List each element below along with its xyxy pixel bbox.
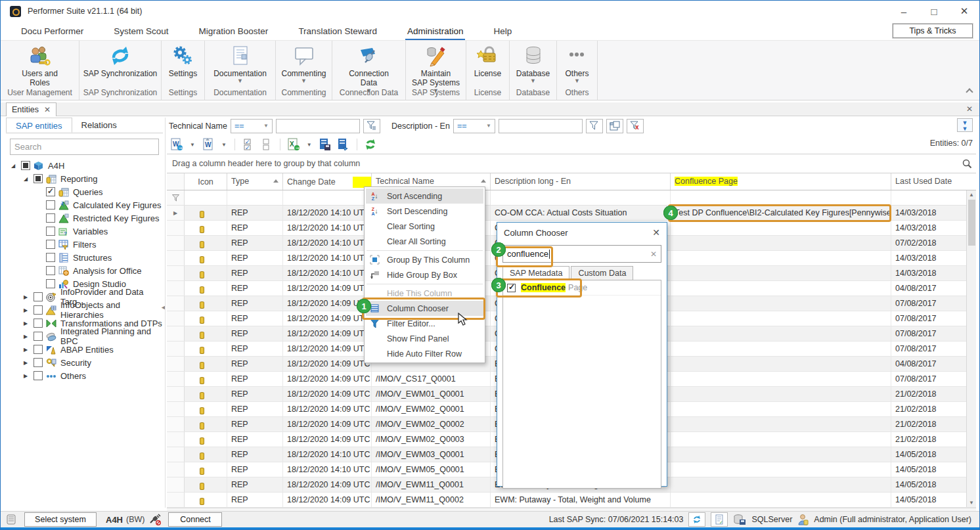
tree-item-others[interactable]: ▶Others (6, 369, 163, 382)
tab-sap-metadata[interactable]: SAP Metadata (502, 266, 569, 280)
tree-item-a4h[interactable]: ◢A4H (6, 159, 163, 172)
select-system-button[interactable]: Select system (24, 512, 97, 527)
tab-sap-entities[interactable]: SAP entities (6, 118, 72, 133)
load-selection-button[interactable] (336, 137, 351, 152)
auto-filter-row[interactable] (167, 190, 976, 206)
connect-button[interactable]: Connect (168, 512, 222, 527)
tree-item-infoobjects-and-hierarchies[interactable]: ▶InfoObjects and Hierarchies (6, 303, 163, 317)
menu-help[interactable]: Help (483, 23, 522, 39)
tips-and-tricks-button[interactable]: Tips & Tricks (893, 24, 973, 38)
tree-expander-icon[interactable]: ▶ (21, 320, 30, 326)
tree-checkbox[interactable] (46, 240, 55, 249)
tab-close-icon[interactable]: ✕ (44, 105, 51, 114)
context-menu-clear-all-sorting[interactable]: Clear All Sorting (366, 234, 483, 249)
dialog-close-icon[interactable]: ✕ (652, 227, 660, 238)
context-menu-show-find-panel[interactable]: Show Find Panel (366, 331, 483, 346)
tree-item-variables[interactable]: ?Variables (6, 225, 163, 238)
tree-search-input[interactable]: Search (10, 139, 159, 155)
scroll-down-icon[interactable]: ▼ (969, 500, 974, 506)
ribbon-button-documentation[interactable]: Documentation▼ (213, 41, 267, 83)
tree-item-filters[interactable]: Filters (6, 238, 163, 251)
tree-checkbox[interactable] (46, 213, 55, 223)
tree-item-queries[interactable]: Queries (6, 185, 163, 198)
tree-item-restricted-key-figures[interactable]: Restricted Key Figures (6, 211, 163, 225)
ribbon-button-database[interactable]: Database▼ (516, 41, 550, 83)
tree-expander-icon[interactable]: ▶ (21, 360, 30, 366)
tab-entities[interactable]: Entities ✕ (6, 102, 56, 116)
clear-search-icon[interactable]: ✕ (650, 250, 657, 259)
tree-expander-icon[interactable]: ▶ (21, 334, 30, 340)
export-excel-dropdown-icon[interactable]: ▼ (304, 142, 315, 148)
tab-custom-data[interactable]: Custom Data (571, 266, 633, 280)
minimize-button[interactable]: – (889, 1, 919, 22)
context-menu-hide-group-by-box[interactable]: Hide Group By Box (366, 267, 483, 282)
ribbon-button-maintain-sap-systems[interactable]: Maintain SAP Systems▼ (412, 41, 460, 93)
tree-expander-icon[interactable]: ◢ (21, 176, 30, 182)
column-header-description[interactable]: Description long - En (491, 173, 671, 190)
tree-checkbox[interactable] (33, 358, 43, 367)
column-header-confluence-page[interactable]: Confluence Page (671, 173, 891, 190)
table-row[interactable]: ▶REP18/12/2020 14:10 UTCCO-OM CCA: Actua… (167, 206, 976, 221)
ribbon-button-settings[interactable]: Settings (169, 41, 197, 78)
tabstrip-close-icon[interactable]: ✕ (966, 104, 973, 114)
tree-checkbox[interactable] (33, 371, 43, 380)
tree-expander-icon[interactable]: ▶ (21, 373, 30, 379)
menu-system-scout[interactable]: System Scout (104, 23, 178, 39)
scrollbar-thumb[interactable] (968, 200, 975, 246)
export-word-button[interactable]: W➞ (169, 137, 185, 152)
sync-refresh-button[interactable] (688, 512, 705, 527)
export-excel-button[interactable]: X➞ (286, 137, 301, 152)
expand-filters-button[interactable]: ▼▼ (957, 118, 973, 132)
close-button[interactable]: ✕ (949, 1, 979, 22)
filter-layout-button[interactable] (606, 119, 623, 133)
word-template-button[interactable]: W (200, 137, 216, 152)
tree-checkbox[interactable] (46, 253, 55, 262)
uncheck-all-button[interactable] (259, 137, 275, 152)
search-icon[interactable] (962, 159, 972, 171)
clear-filter-button[interactable]: x (627, 119, 644, 133)
tree-checkbox[interactable] (33, 332, 43, 341)
context-menu-sort-descending[interactable]: ZA↓Sort Descending (366, 204, 483, 219)
tree-item-analysis-for-office[interactable]: Analysis for Office (6, 264, 163, 277)
sync-log-button[interactable]: ✓ (711, 512, 728, 527)
tree-checkbox[interactable] (46, 187, 55, 196)
maximize-button[interactable]: □ (919, 1, 949, 22)
confluence-page-checkbox[interactable] (507, 284, 516, 292)
tree-item-security[interactable]: ▶Security (6, 356, 163, 369)
tree-expander-icon[interactable]: ▶ (21, 347, 30, 353)
tree-item-structures[interactable]: Structures (6, 251, 163, 264)
export-word-dropdown-icon[interactable]: ▼ (187, 142, 198, 148)
description-operator-select[interactable]: ==▼ (453, 119, 495, 133)
word-template-dropdown-icon[interactable]: ▼ (219, 142, 229, 148)
context-menu-clear-sorting[interactable]: Clear Sorting (366, 219, 483, 234)
description-filter-input[interactable] (499, 119, 583, 133)
menu-docu-performer[interactable]: Docu Performer (11, 23, 93, 39)
menu-administration[interactable]: Administration (397, 23, 474, 39)
tree-item-reporting[interactable]: ◢Reporting (6, 172, 163, 185)
group-by-panel[interactable]: Drag a column header here to group by th… (167, 154, 976, 173)
save-selection-button[interactable] (317, 137, 333, 152)
tree-checkbox[interactable] (21, 161, 30, 170)
tab-relations[interactable]: Relations (72, 118, 126, 133)
tree-expander-icon[interactable]: ▶ (21, 294, 30, 300)
panel-splitter[interactable] (165, 118, 166, 508)
column-header-last-used-date[interactable]: Last Used Date (891, 173, 966, 190)
context-menu-hide-auto-filter-row[interactable]: Hide Auto Filter Row (366, 346, 483, 361)
tree-expander-icon[interactable]: ◢ (9, 163, 18, 169)
context-menu-group-by-this-column[interactable]: Group By This Column (366, 252, 483, 267)
menu-migration-booster[interactable]: Migration Booster (189, 23, 278, 39)
ribbon-button-users-and-roles[interactable]: Users and Roles (22, 41, 58, 88)
grid-vertical-scrollbar[interactable]: ▲ ▼ (966, 190, 976, 507)
menu-translation-steward[interactable]: Translation Steward (288, 23, 387, 39)
table-row[interactable]: REP18/12/2020 14:09 UTC/IMO/V_EWM11_Q000… (167, 493, 976, 508)
ribbon-button-license[interactable]: License (474, 41, 501, 78)
tree-checkbox[interactable] (33, 174, 43, 183)
check-all-button[interactable]: ✓✓ (240, 137, 256, 152)
ribbon-button-connection-data[interactable]: Connection Data▼ (349, 41, 389, 93)
tree-checkbox[interactable] (33, 319, 43, 328)
tree-checkbox[interactable] (46, 200, 55, 210)
column-header-type[interactable]: Type (227, 173, 283, 190)
tree-item-integrated-planning-and-bpc[interactable]: ▶Integrated Planning and BPC (6, 330, 163, 343)
technical-name-operator-select[interactable]: ==▼ (231, 119, 273, 133)
technical-name-filter-input[interactable] (276, 119, 360, 133)
